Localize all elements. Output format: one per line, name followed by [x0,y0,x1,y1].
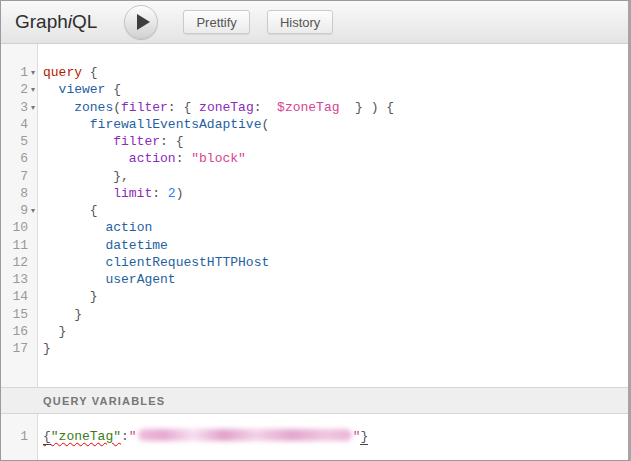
code-line[interactable]: 3▾ zones(filter: { zoneTag: $zoneTag } )… [1,99,628,116]
logo-text: QL [72,11,97,32]
token-attr: filter [113,134,160,149]
fold-spacer [28,271,38,288]
code-text: action: "block" [38,150,246,167]
code-line[interactable]: 5 filter: { [1,133,628,150]
play-icon [137,14,150,30]
token-pun [43,272,105,287]
fold-spacer [28,340,38,357]
line-number: 12 [1,254,28,271]
app-logo: GraphiQL [15,11,97,33]
code-line[interactable]: 14 } [1,288,628,305]
fold-spacer [28,168,38,185]
token-attr: filter [121,100,168,115]
line-number: 1 [1,64,28,81]
line-number: 10 [1,219,28,236]
line-number: 2 [1,81,28,98]
fold-arrow-icon[interactable]: ▾ [28,81,38,98]
fold-spacer [28,133,38,150]
token-pun: } [43,341,51,356]
line-number: 1 [1,428,28,445]
code-text: } [38,323,66,340]
fold-spacer [28,428,38,445]
query-code[interactable]: 1▾query {2▾ viewer {3▾ zones(filter: { z… [1,44,628,357]
fold-arrow-icon[interactable]: ▾ [28,64,38,81]
variables-editor[interactable]: 1{"zoneTag":""} [1,414,628,460]
query-editor[interactable]: 1▾query {2▾ viewer {3▾ zones(filter: { z… [1,44,628,387]
token-fld: userAgent [105,272,175,287]
fold-arrow-icon[interactable]: ▾ [28,99,38,116]
line-number: 8 [1,185,28,202]
code-line[interactable]: 6 action: "block" [1,150,628,167]
line-number: 7 [1,168,28,185]
code-text: }, [38,168,129,185]
token-str: " [129,429,137,444]
line-number: 14 [1,288,28,305]
fold-spacer [28,306,38,323]
token-pun: ) [176,186,184,201]
line-number: 4 [1,116,28,133]
line-number: 9 [1,202,28,219]
token-attr: limit [113,186,152,201]
token-pun: : { [160,134,183,149]
code-line[interactable]: 10 action [1,219,628,236]
line-number: 6 [1,150,28,167]
code-line[interactable]: 7 }, [1,168,628,185]
token-pun [43,134,113,149]
token-pun: : [121,429,129,444]
fold-spacer [28,288,38,305]
token-pun: } [43,289,98,304]
token-pun: : [176,151,192,166]
toolbar: GraphiQL Prettify History [1,1,628,44]
fold-spacer [28,185,38,202]
code-text: limit: 2) [38,185,183,202]
code-line[interactable]: 16 } [1,323,628,340]
line-number: 13 [1,271,28,288]
variables-code[interactable]: 1{"zoneTag":""} [1,414,628,445]
token-fld: clientRequestHTTPHost [105,255,269,270]
code-text: action [38,219,152,236]
token-attr: action [129,151,176,166]
token-pun: { [82,65,98,80]
history-button[interactable]: History [267,10,333,34]
token-kw: query [43,65,82,80]
query-variables-header[interactable]: QUERY VARIABLES [1,387,628,414]
code-line[interactable]: 1▾query { [1,64,628,81]
token-str: "block" [191,151,246,166]
execute-button[interactable] [124,5,158,39]
code-text: {"zoneTag":""} [38,428,368,445]
line-number: 11 [1,237,28,254]
fold-arrow-icon[interactable]: ▾ [28,202,38,219]
code-line[interactable]: 2▾ viewer { [1,81,628,98]
token-pun [43,220,105,235]
token-fld: firewallEventsAdaptive [90,117,262,132]
code-line[interactable]: 13 userAgent [1,271,628,288]
redacted-value [138,429,352,441]
token-pun [43,255,105,270]
token-fld: viewer [59,82,106,97]
code-line[interactable]: 4 firewallEventsAdaptive( [1,116,628,133]
token-prop: "zoneTag" [51,429,121,444]
code-text: } [38,340,51,357]
token-pun [43,100,74,115]
code-text: query { [38,64,98,81]
code-line[interactable]: 8 limit: 2) [1,185,628,202]
code-text: userAgent [38,271,176,288]
token-attr: zoneTag [199,100,254,115]
code-line[interactable]: 11 datetime [1,237,628,254]
token-pun: ( [113,100,121,115]
code-text: viewer { [38,81,121,98]
token-pun [43,117,90,132]
line-number: 3 [1,99,28,116]
token-pun [43,151,129,166]
code-text: } [38,306,82,323]
code-line[interactable]: 1{"zoneTag":""} [1,428,628,445]
code-line[interactable]: 17} [1,340,628,357]
prettify-button[interactable]: Prettify [183,10,249,34]
code-line[interactable]: 15 } [1,306,628,323]
fold-spacer [28,116,38,133]
token-fld: datetime [105,238,167,253]
fold-spacer [28,219,38,236]
token-pun: { [43,203,98,218]
code-line[interactable]: 9▾ { [1,202,628,219]
code-line[interactable]: 12 clientRequestHTTPHost [1,254,628,271]
